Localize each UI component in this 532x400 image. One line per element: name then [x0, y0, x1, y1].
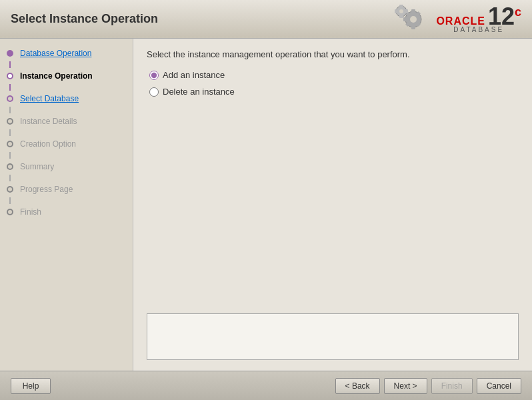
step-indicator-3	[3, 95, 17, 102]
cancel-button[interactable]: Cancel	[477, 378, 521, 394]
footer-left: Help	[11, 378, 51, 394]
connector-2	[9, 84, 11, 91]
sidebar-label-select-database[interactable]: Select Database	[17, 94, 79, 103]
step-indicator-4	[3, 118, 17, 125]
sidebar-item-finish: Finish	[0, 204, 133, 220]
step-indicator-8	[3, 209, 17, 215]
step-dot-instance-details	[7, 118, 13, 125]
oracle-database-label: DATABASE	[453, 26, 504, 33]
sidebar-label-finish: Finish	[17, 207, 41, 217]
step-dot-summary	[7, 163, 13, 170]
sidebar-item-select-database[interactable]: Select Database	[0, 91, 133, 107]
svg-rect-3	[411, 26, 415, 29]
svg-rect-13	[399, 15, 403, 18]
radio-delete-instance-label: Delete an instance	[163, 87, 235, 97]
content-info-area	[147, 313, 519, 360]
next-button[interactable]: Next >	[384, 378, 427, 394]
step-dot-database-operation	[7, 50, 13, 57]
sidebar-item-progress-page: Progress Page	[0, 181, 133, 197]
step-indicator-6	[3, 163, 17, 170]
sidebar-label-database-operation[interactable]: Database Operation	[17, 49, 91, 58]
footer: Help < Back Next > Finish Cancel	[0, 371, 532, 400]
connector-4	[9, 129, 11, 136]
step-indicator-2	[3, 73, 17, 79]
footer-right: < Back Next > Finish Cancel	[335, 378, 521, 394]
svg-rect-15	[405, 9, 408, 13]
content-area: Select the instance management operation…	[133, 39, 532, 371]
sidebar-item-instance-operation: Instance Operation	[0, 68, 133, 84]
sidebar-label-instance-operation: Instance Operation	[17, 71, 93, 81]
connector-7	[9, 197, 11, 204]
svg-rect-14	[395, 9, 397, 13]
sidebar-label-instance-details: Instance Details	[17, 117, 77, 126]
step-dot-creation-option	[7, 141, 13, 147]
radio-delete-instance-input[interactable]	[149, 87, 159, 97]
step-indicator-5	[3, 141, 17, 147]
oracle-logo: ORACLE 12c DATABASE	[392, 3, 521, 35]
sidebar-item-creation-option: Creation Option	[0, 136, 133, 152]
oracle-version: 12c	[488, 5, 521, 29]
radio-add-instance[interactable]: Add an instance	[149, 70, 519, 80]
step-dot-progress-page	[7, 186, 13, 193]
sidebar-item-database-operation[interactable]: Database Operation	[0, 45, 133, 61]
sidebar-label-summary: Summary	[17, 162, 54, 171]
step-indicator	[3, 50, 17, 57]
finish-button[interactable]: Finish	[431, 378, 473, 394]
step-dot-select-database	[7, 95, 13, 102]
sidebar-item-summary: Summary	[0, 159, 133, 175]
step-dot-instance-operation	[7, 73, 13, 79]
content-body: Select the instance management operation…	[133, 39, 532, 313]
radio-add-instance-label: Add an instance	[163, 70, 225, 80]
help-button[interactable]: Help	[11, 378, 51, 394]
oracle-gears-icon	[392, 3, 432, 35]
svg-point-11	[399, 9, 403, 13]
radio-add-instance-input[interactable]	[149, 71, 159, 80]
connector-1	[9, 61, 11, 68]
content-instruction: Select the instance management operation…	[147, 49, 519, 59]
svg-point-1	[410, 16, 417, 23]
sidebar: Database Operation Instance Operation Se…	[0, 39, 133, 371]
header: Select Instance Operation ORACLE	[0, 0, 532, 39]
connector-6	[9, 175, 11, 181]
radio-delete-instance[interactable]: Delete an instance	[149, 87, 519, 97]
step-indicator-7	[3, 186, 17, 193]
svg-rect-4	[403, 17, 407, 21]
svg-rect-2	[411, 9, 415, 13]
svg-rect-5	[417, 17, 421, 21]
oracle-text-block: ORACLE 12c DATABASE	[436, 5, 521, 33]
step-dot-finish	[7, 209, 13, 215]
sidebar-item-instance-details: Instance Details	[0, 113, 133, 129]
svg-rect-12	[399, 5, 403, 7]
page-title: Select Instance Operation	[11, 12, 158, 26]
back-button[interactable]: < Back	[335, 378, 380, 394]
main-area: Database Operation Instance Operation Se…	[0, 39, 532, 371]
radio-group: Add an instance Delete an instance	[147, 70, 519, 97]
sidebar-label-progress-page: Progress Page	[17, 185, 73, 194]
sidebar-label-creation-option: Creation Option	[17, 139, 76, 149]
connector-3	[9, 107, 11, 113]
connector-5	[9, 152, 11, 159]
